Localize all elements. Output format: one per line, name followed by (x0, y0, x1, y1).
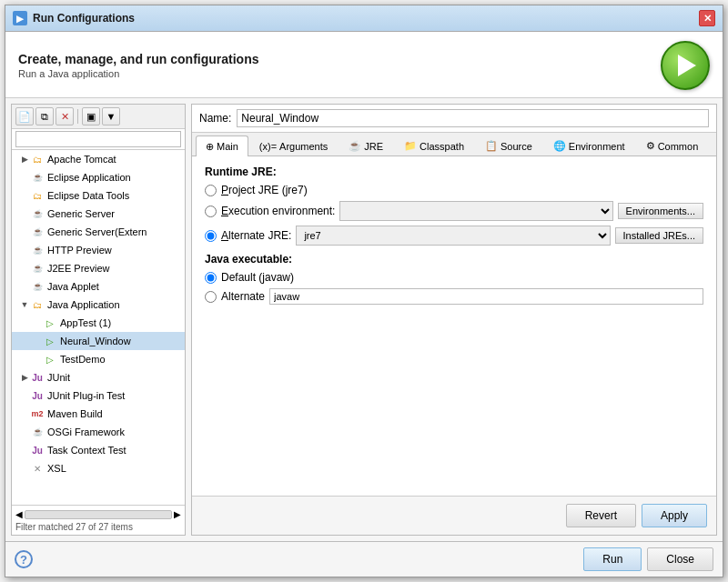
java-icon: ☕ (30, 261, 45, 276)
run-config-icon: ▷ (43, 334, 57, 348)
tree-item-maven-build[interactable]: ▶ m2 Maven Build (12, 405, 185, 423)
java-icon: ☕ (30, 206, 45, 221)
tree-item-generic-server-extern[interactable]: ▶ ☕ Generic Server(Extern (12, 223, 185, 241)
scroll-track[interactable] (25, 510, 172, 519)
panel-content: Runtime JRE: Project JRE (jre7) Executio… (192, 156, 716, 496)
default-javaw-radio[interactable] (205, 272, 217, 284)
project-jre-radio[interactable] (205, 185, 217, 196)
tab-common[interactable]: ⚙ Common (636, 135, 709, 156)
filter-status: Filter matched 27 of 27 items (15, 521, 181, 533)
main-tab-icon: ⊕ (206, 141, 214, 153)
runtime-jre-label: Runtime JRE: (205, 166, 703, 178)
tree-item-neural-window[interactable]: ▶ ▷ Neural_Window (12, 332, 185, 350)
header-section: Create, manage, and run configurations R… (5, 32, 723, 98)
junit-icon: Ju (30, 370, 45, 385)
tree-item-osgi-framework[interactable]: ▶ ☕ OSGi Framework (12, 423, 185, 441)
java-icon: ☕ (30, 170, 45, 185)
left-toolbar: 📄 ⧉ ✕ ▣ ▼ (12, 105, 185, 129)
tree-item-java-applet[interactable]: ▶ ☕ Java Applet (12, 277, 185, 296)
classpath-tab-icon: 📁 (404, 140, 417, 152)
folder-icon: 🗂 (30, 297, 45, 312)
alt-jre-label: Alternate JRE: (221, 229, 291, 242)
run-button-icon[interactable] (661, 41, 710, 90)
tree-item-task-context-test[interactable]: ▶ Ju Task Context Test (12, 441, 185, 459)
close-button[interactable]: ✕ (699, 10, 715, 26)
folder-icon: 🗂 (30, 188, 45, 203)
toolbar-separator (77, 109, 78, 124)
header-subtitle: Run a Java application (18, 68, 259, 79)
tree-item-apache-tomcat[interactable]: ▶ 🗂 Apache Tomcat (12, 150, 185, 168)
installed-jres-button[interactable]: Installed JREs... (615, 227, 703, 244)
common-tab-icon: ⚙ (646, 140, 655, 152)
scroll-right-btn[interactable]: ▶ (174, 509, 181, 519)
environments-button[interactable]: Environments... (618, 203, 703, 219)
tab-environment[interactable]: 🌐 Environment (543, 135, 635, 156)
filter-button[interactable]: ▼ (102, 107, 120, 125)
revert-button[interactable]: Revert (566, 504, 636, 527)
tree-item-apptest[interactable]: ▶ ▷ AppTest (1) (12, 314, 185, 332)
tree-item-eclipse-data-tools[interactable]: ▶ 🗂 Eclipse Data Tools (12, 186, 185, 205)
tree-item-junit-plugin[interactable]: ▶ Ju JUnit Plug-in Test (12, 386, 185, 405)
panel-footer: Revert Apply (192, 496, 716, 535)
tree-item-junit[interactable]: ▶ Ju JUnit (12, 368, 185, 386)
exec-env-select[interactable] (339, 201, 612, 221)
search-input[interactable] (15, 131, 181, 147)
osgi-icon: ☕ (30, 425, 45, 439)
tree-item-eclipse-application[interactable]: ▶ ☕ Eclipse Application (12, 168, 185, 186)
help-button[interactable]: ? (15, 550, 33, 568)
header-title: Create, manage, and run configurations (18, 52, 259, 66)
config-name-input[interactable] (237, 109, 709, 127)
junit-plugin-icon: Ju (30, 388, 45, 403)
duplicate-config-button[interactable]: ⧉ (35, 107, 54, 125)
tree-item-xsl[interactable]: ▶ ✕ XSL (12, 459, 185, 477)
name-label: Name: (199, 112, 231, 125)
maven-icon: m2 (30, 406, 45, 421)
alternate-exec-input[interactable] (269, 288, 703, 305)
alternate-exec-radio[interactable] (205, 291, 217, 303)
right-panel: Name: ⊕ Main (x)= Arguments ☕ JRE 📁 (191, 104, 717, 536)
exec-env-radio[interactable] (205, 206, 217, 217)
main-content: 📄 ⧉ ✕ ▣ ▼ ▶ 🗂 Apache Tomcat (5, 98, 723, 541)
collapse-all-button[interactable]: ▣ (82, 107, 100, 125)
new-config-button[interactable]: 📄 (15, 107, 34, 125)
java-icon: ☕ (30, 225, 45, 239)
alt-jre-row: Alternate JRE: jre7 Installed JREs... (205, 226, 703, 246)
delete-config-button[interactable]: ✕ (56, 107, 74, 125)
run-button[interactable]: Run (583, 547, 642, 571)
dialog-title: Run Configurations (33, 12, 135, 25)
project-jre-row: Project JRE (jre7) (205, 184, 703, 196)
arguments-tab-icon: (x)= (259, 141, 277, 152)
apply-button[interactable]: Apply (642, 504, 707, 527)
header-text: Create, manage, and run configurations R… (18, 52, 259, 79)
left-panel: 📄 ⧉ ✕ ▣ ▼ ▶ 🗂 Apache Tomcat (11, 104, 186, 536)
run-configurations-dialog: ▶ Run Configurations ✕ Create, manage, a… (5, 5, 723, 577)
tree-arrow-java-application: ▼ (19, 300, 30, 309)
config-tree: ▶ 🗂 Apache Tomcat ▶ ☕ Eclipse Applicatio… (12, 150, 185, 505)
java-icon: ☕ (30, 243, 45, 257)
title-bar: ▶ Run Configurations ✕ (5, 5, 723, 32)
bottom-buttons: Run Close (583, 547, 713, 571)
java-exec-label: Java executable: (205, 253, 703, 266)
tabs-row: ⊕ Main (x)= Arguments ☕ JRE 📁 Classpath … (192, 133, 716, 156)
exec-env-label: Execution environment: (221, 205, 335, 217)
tree-item-generic-server[interactable]: ▶ ☕ Generic Server (12, 205, 185, 223)
folder-icon: 🗂 (30, 152, 45, 166)
tree-item-http-preview[interactable]: ▶ ☕ HTTP Preview (12, 241, 185, 259)
alt-jre-select[interactable]: jre7 (296, 226, 610, 246)
jre-tab-icon: ☕ (349, 140, 361, 152)
bottom-close-button[interactable]: Close (647, 547, 713, 571)
left-footer: ◀ ▶ Filter matched 27 of 27 items (12, 505, 185, 535)
tab-jre[interactable]: ☕ JRE (339, 135, 393, 156)
xsl-icon: ✕ (30, 461, 45, 476)
tab-main[interactable]: ⊕ Main (196, 135, 248, 156)
tab-classpath[interactable]: 📁 Classpath (394, 135, 474, 156)
run-config-icon: ▷ (43, 352, 57, 366)
tree-item-testdemo[interactable]: ▶ ▷ TestDemo (12, 350, 185, 368)
tab-arguments[interactable]: (x)= Arguments (249, 135, 338, 156)
tree-item-j2ee-preview[interactable]: ▶ ☕ J2EE Preview (12, 259, 185, 277)
tab-source[interactable]: 📋 Source (475, 135, 542, 156)
scroll-left-btn[interactable]: ◀ (15, 509, 23, 519)
source-tab-icon: 📋 (485, 140, 498, 152)
tree-item-java-application[interactable]: ▼ 🗂 Java Application (12, 296, 185, 314)
alt-jre-radio[interactable] (205, 230, 217, 242)
